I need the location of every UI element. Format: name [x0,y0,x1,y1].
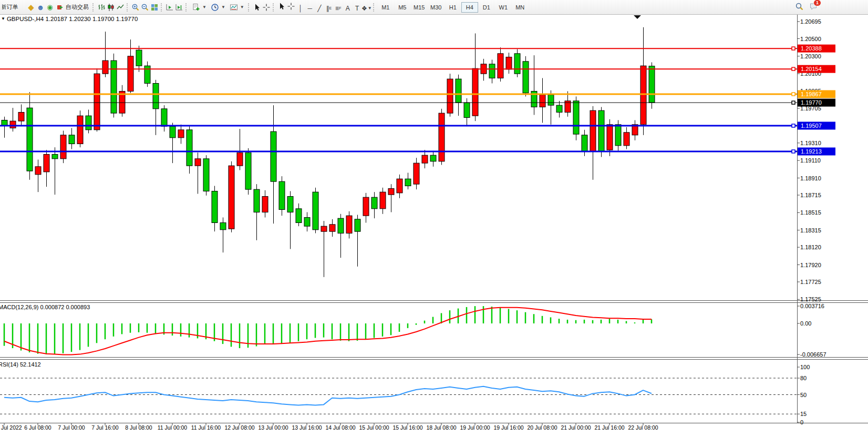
candle-body [296,209,302,223]
text-icon[interactable]: A [343,4,353,13]
macd-axis-label: 0.003716 [800,303,824,309]
candle-body [598,110,604,151]
candle-body [615,125,621,146]
rsi-indicator-label: RSI(14) 52.1412 [0,361,41,368]
trendline-icon[interactable]: ╱ [315,4,324,13]
candle-body [136,50,142,66]
auto-scroll-icon[interactable] [165,3,174,12]
cursor-icon[interactable] [277,2,286,11]
candle-body [212,191,218,223]
candle-body [456,79,461,103]
timeframe-button-M1[interactable]: M1 [377,2,394,13]
candle-body [338,218,344,233]
channel-icon[interactable]: ∥E [324,4,334,13]
candle-body [405,179,411,186]
time-axis-label: 15 Jul 00:00 [359,424,389,431]
candle-body [279,181,285,209]
timeframe-button-M30[interactable]: M30 [428,2,445,13]
timeframe-button-M5[interactable]: M5 [394,2,411,13]
candle-body [346,216,352,233]
candle-body [388,189,394,195]
rsi-axis-label: 0 [800,419,803,425]
price-axis-label: 1.18315 [800,227,821,233]
zoom-in-icon[interactable] [131,3,140,12]
candle-body [237,153,243,166]
candle-body [102,60,108,74]
time-axis-label: 12 Jul 08:00 [224,424,254,431]
line-endpoint-marker[interactable] [792,101,795,104]
candle-body [245,153,251,189]
candlestick-icon[interactable] [106,3,116,12]
search-icon[interactable] [794,2,804,11]
macd-axis-label: 0.00 [800,320,811,327]
crosshair-icon[interactable] [262,3,271,12]
text-label-icon[interactable]: T [353,4,362,13]
rsi-axis-label: 50 [800,392,807,398]
timeframe-button-MN[interactable]: MN [512,2,529,13]
price-axis-label: 1.17920 [800,262,821,268]
add-indicator-button[interactable]: ▼ [190,2,209,13]
candle-body [514,54,520,74]
candle-body [321,226,327,231]
time-axis-label: 19 Jul 16:00 [493,424,523,431]
chat-icon[interactable]: 1 [809,2,819,11]
autotrading-label: 自动交易 [66,3,89,11]
tile-windows-icon[interactable] [150,3,159,12]
signal-icon[interactable]: ◉ [45,3,55,12]
autotrading-button[interactable]: 自动交易 [55,2,91,13]
timeframe-button-H1[interactable]: H1 [445,2,461,13]
candle-body [77,116,83,144]
candle-body [44,155,49,172]
arrows-icon[interactable]: ❖▼ [362,4,371,13]
candle-body [506,57,512,69]
candle-body [556,105,562,112]
candle-body [52,155,58,159]
time-axis-label: 18 Jul 08:00 [426,424,456,431]
line-endpoint-marker[interactable] [792,67,795,70]
candle-body [540,95,545,107]
new-order-button[interactable]: 新订单 [0,2,26,13]
candle-body [271,131,276,181]
time-axis-label: 7 Jul 00:00 [58,424,85,431]
period-selector-button[interactable]: ▼ [209,2,228,13]
crosshair-icon[interactable] [286,2,296,11]
profile-icon[interactable]: ☻ [36,3,45,12]
candle-body [111,60,117,113]
vertical-line-icon[interactable]: │ [296,4,305,13]
price-badge-label: 1.19507 [801,123,822,129]
time-axis-label: 11 Jul 00:00 [158,424,188,431]
price-axis-label: 1.18515 [800,209,821,216]
candle-body [220,223,226,230]
candle-body [161,109,167,126]
chart-shift-icon[interactable] [174,3,184,12]
line-endpoint-marker[interactable] [792,150,795,153]
main-toolbar: 新订单 ◆ ☻ ◉ 自动交易 ▼ ▼ ▼ [0,0,868,15]
candle-body [304,218,310,227]
chart-canvas[interactable]: 1.206951.205001.203001.201001.199051.197… [0,0,868,437]
horizontal-line-icon[interactable]: ─ [305,4,315,13]
chart-shift-marker[interactable] [634,15,641,19]
rsi-axis-label: 80 [800,375,807,381]
candle-body [18,113,24,121]
gold-seal-icon[interactable]: ◆ [26,3,36,12]
zoom-out-icon[interactable] [140,3,150,12]
candle-body [607,125,613,150]
cursor-icon[interactable] [252,3,262,12]
timeframe-button-H4[interactable]: H4 [461,2,478,13]
price-badge-label: 1.20388 [801,45,822,52]
candle-body [464,103,470,117]
line-endpoint-marker[interactable] [792,124,795,127]
line-endpoint-marker[interactable] [792,93,795,96]
fibonacci-icon[interactable]: ≡F [334,4,343,13]
price-axis-label: 1.18715 [800,192,821,198]
timeframe-button-M15[interactable]: M15 [411,2,428,13]
price-axis-label: 1.18910 [800,175,821,181]
line-chart-icon[interactable] [116,3,125,12]
timeframe-button-D1[interactable]: D1 [478,2,495,13]
candle-body [313,192,318,230]
timeframe-button-W1[interactable]: W1 [495,2,512,13]
candle-body [254,189,260,212]
line-endpoint-marker[interactable] [792,47,795,50]
template-button[interactable]: ▼ [228,2,246,13]
bar-chart-icon[interactable] [97,3,106,12]
